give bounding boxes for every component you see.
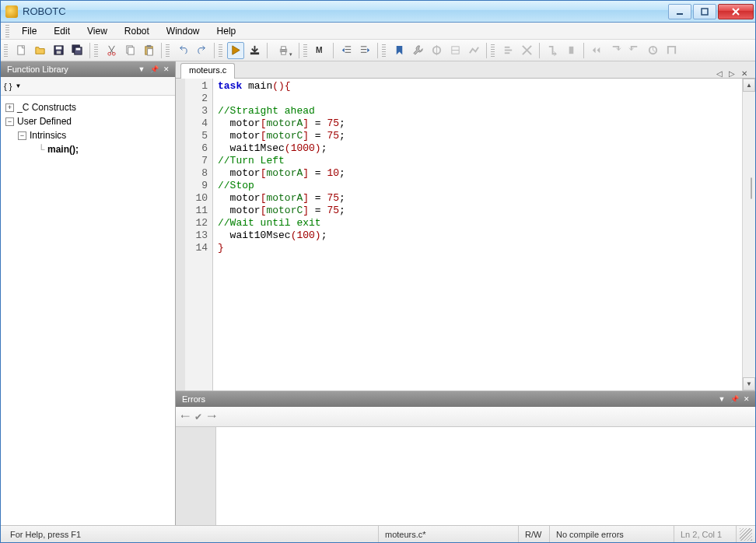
menu-window[interactable]: Window	[159, 24, 208, 38]
line-numbers: 1234567891011121314	[185, 79, 213, 391]
errors-panel: Errors ▼ 📌 ✕ ⭠ ✔ ⭢	[176, 391, 755, 525]
run-button-1[interactable]	[588, 42, 605, 59]
menu-view[interactable]: View	[79, 24, 115, 38]
svg-marker-22	[232, 46, 239, 54]
svg-text:M: M	[315, 46, 322, 54]
tree-node-main[interactable]: └ main();	[1, 142, 175, 156]
tool-button-3[interactable]	[446, 42, 464, 59]
run-button-5[interactable]	[663, 42, 680, 59]
outdent-button[interactable]	[338, 42, 355, 59]
cut-button[interactable]	[103, 42, 120, 59]
redo-button[interactable]	[193, 42, 210, 59]
close-button[interactable]	[718, 4, 754, 19]
scroll-thumb[interactable]	[751, 177, 752, 199]
svg-rect-1	[702, 9, 708, 15]
run-button-3[interactable]	[625, 42, 642, 59]
code-content[interactable]: task main(){//Straight ahead motor[motor…	[213, 79, 742, 391]
toolbar-grip-3[interactable]	[166, 44, 170, 57]
titlebar: ROBOTC	[1, 1, 755, 23]
next-error-button[interactable]: ⭢	[207, 412, 216, 422]
app-window: ROBOTC File Edit View Robot Window Help	[0, 0, 756, 543]
menu-robot[interactable]: Robot	[117, 24, 157, 38]
errors-header: Errors ▼ 📌 ✕	[176, 391, 755, 407]
toolbar-grip-2[interactable]	[94, 44, 98, 57]
step-button-2[interactable]	[562, 42, 579, 59]
tree-node-userdefined[interactable]: − User Defined	[1, 114, 175, 128]
scroll-down-button[interactable]: ▼	[743, 377, 755, 391]
tab-strip: moteurs.c ◁ ▷ ✕	[176, 61, 755, 79]
dropdown-icon[interactable]: ▼	[136, 64, 147, 75]
tree-node-intrinsics[interactable]: − Intrinsics	[1, 128, 175, 142]
run-button-2[interactable]	[607, 42, 624, 59]
tool-button-4[interactable]	[465, 42, 482, 59]
errors-list[interactable]	[176, 427, 755, 525]
run-button-4[interactable]	[644, 42, 661, 59]
status-help: For Help, press F1	[4, 526, 379, 542]
svg-marker-34	[396, 46, 402, 54]
pin-icon[interactable]: 📌	[729, 394, 740, 405]
toolbar-grip-1[interactable]	[4, 44, 8, 57]
prev-error-button[interactable]: ⭠	[180, 412, 190, 422]
check-button[interactable]: ✔	[194, 412, 202, 422]
save-button[interactable]	[50, 42, 67, 59]
function-tree[interactable]: + _C Constructs − User Defined − Intrins…	[1, 96, 175, 525]
expand-icon[interactable]: +	[5, 103, 14, 112]
sidebar-title: Function Library	[7, 65, 68, 74]
svg-rect-16	[128, 47, 134, 54]
status-position: Ln 2, Col 1	[674, 526, 737, 542]
tab-close-button[interactable]: ✕	[738, 69, 751, 78]
collapse-icon[interactable]: −	[18, 131, 26, 140]
scroll-up-button[interactable]: ▲	[743, 79, 755, 92]
tool-button-2[interactable]	[428, 42, 445, 59]
toolbar-grip-5[interactable]	[303, 44, 307, 57]
toolbar-grip-7[interactable]	[491, 44, 495, 57]
download-button[interactable]	[246, 42, 263, 59]
menu-file[interactable]: File	[14, 24, 44, 38]
step-button-1[interactable]	[544, 42, 561, 59]
filter-dropdown-icon[interactable]: ▼	[15, 82, 21, 89]
debug-button-2[interactable]	[518, 42, 535, 59]
filter-icon[interactable]: { }	[4, 82, 12, 91]
close-panel-icon[interactable]: ✕	[161, 64, 172, 75]
collapse-icon[interactable]: −	[5, 117, 14, 126]
tab-prev-button[interactable]: ◁	[713, 69, 726, 78]
indent-button[interactable]	[356, 42, 373, 59]
tool-button-1[interactable]	[409, 42, 426, 59]
close-panel-icon[interactable]: ✕	[741, 394, 752, 405]
pin-icon[interactable]: 📌	[149, 64, 159, 75]
debug-button-1[interactable]	[499, 42, 516, 59]
open-file-button[interactable]	[31, 42, 48, 59]
file-tab[interactable]: moteurs.c	[180, 63, 235, 79]
editor-margin	[176, 79, 185, 391]
bookmark-button[interactable]	[390, 42, 408, 59]
minimize-button[interactable]	[668, 4, 691, 19]
paste-button[interactable]	[140, 42, 157, 59]
compile-button[interactable]	[227, 42, 244, 59]
tree-connector: └	[35, 144, 47, 155]
undo-button[interactable]	[174, 42, 191, 59]
dropdown-icon[interactable]: ▼	[716, 394, 727, 405]
resize-grip[interactable]	[740, 528, 752, 541]
main-area: Function Library ▼ 📌 ✕ { } ▼ + _C Constr…	[1, 61, 755, 525]
menu-edit[interactable]: Edit	[46, 24, 78, 38]
tab-next-button[interactable]: ▷	[726, 69, 738, 78]
tree-node-constructs[interactable]: + _C Constructs	[1, 100, 175, 114]
window-title: ROBOTC	[23, 5, 667, 17]
menubar-grip[interactable]	[5, 25, 9, 37]
svg-point-13	[107, 52, 110, 55]
copy-button[interactable]	[121, 42, 138, 59]
toolbar-grip-6[interactable]	[382, 44, 386, 57]
svg-rect-19	[147, 49, 152, 55]
sidebar-filter: { } ▼	[1, 77, 175, 96]
print-button[interactable]	[271, 42, 295, 59]
toolbar: M	[1, 40, 755, 61]
vertical-scrollbar[interactable]: ▲ ▼	[742, 79, 755, 391]
new-file-button[interactable]	[12, 42, 30, 59]
find-button[interactable]: M	[312, 42, 329, 59]
maximize-button[interactable]	[693, 4, 716, 19]
code-editor[interactable]: 1234567891011121314 task main(){//Straig…	[176, 79, 755, 391]
save-all-button[interactable]	[68, 42, 86, 59]
svg-rect-23	[250, 52, 258, 54]
toolbar-grip-4[interactable]	[219, 44, 222, 57]
menu-help[interactable]: Help	[209, 24, 244, 38]
